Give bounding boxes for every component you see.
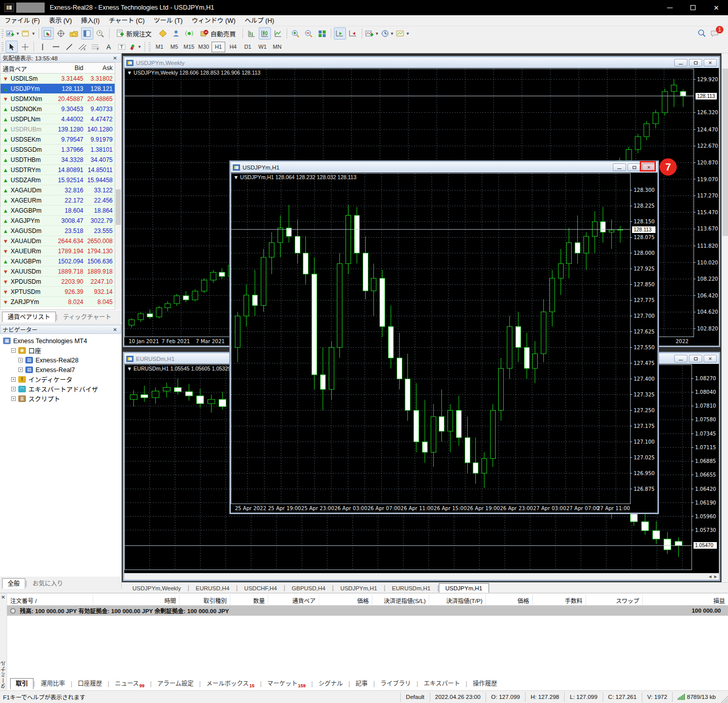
symbol-row-xaggbpm[interactable]: ▲XAGGBPm18.60418.864	[1, 206, 115, 216]
scroll-left-icon[interactable]: ◄	[708, 574, 712, 579]
terminal-column-6[interactable]: 決済逆指値(S/L)	[372, 594, 429, 605]
zoom-in-button[interactable]	[290, 27, 302, 40]
terminal-close-icon[interactable]: ✕	[1, 594, 5, 600]
terminal-column-11[interactable]: 損益	[643, 594, 728, 605]
trendline-tool[interactable]	[63, 41, 75, 53]
symbol-row-usdsgdm[interactable]: ▲USDSGDm1.379661.38101	[1, 145, 115, 155]
timeframe-w1[interactable]: W1	[256, 42, 269, 52]
market-watch-toggle[interactable]	[42, 27, 54, 40]
eurusd-minimize-button[interactable]	[674, 355, 687, 362]
symbol-row-xpdusdm[interactable]: ▼XPDUSDm2203.902247.10	[1, 277, 115, 287]
symbol-row-xaueurm[interactable]: ▼XAUEURm1789.1941794.130	[1, 246, 115, 256]
eurusd-close-button[interactable]: ✕	[704, 355, 717, 362]
chart-tab-2[interactable]: USDCHF,H4	[237, 583, 284, 593]
tree-account-0[interactable]: +▤Exness-Real28	[17, 355, 121, 365]
auto-trading-button[interactable]: 自動売買	[196, 27, 240, 40]
tree-expander-icon[interactable]: +	[11, 377, 16, 382]
market-watch-close-icon[interactable]: ✕	[112, 55, 119, 61]
symbol-row-usdnokm[interactable]: ▲USDNOKm9.304539.40733	[1, 104, 115, 114]
scroll-right-icon[interactable]: ►	[713, 574, 718, 579]
timeframe-m30[interactable]: M30	[197, 42, 211, 52]
symbol-row-usdthbm[interactable]: ▲USDTHBm34.332834.4075	[1, 155, 115, 165]
tree-root[interactable]: ▦Exness Technologies MT4	[3, 336, 121, 346]
navigator-titlebar[interactable]: ナビゲーター ✕	[0, 325, 121, 334]
terminal-column-1[interactable]: 時間	[93, 594, 180, 605]
menu-item-4[interactable]: ツール (T)	[149, 15, 187, 26]
resize-grip[interactable]	[721, 691, 728, 703]
chart-tab-5[interactable]: EURUSDm,H1	[386, 583, 437, 593]
market-watch-tab-1[interactable]: ティックチャート	[57, 312, 117, 322]
favorites-button[interactable]	[68, 27, 80, 40]
symbol-row-xagusdm[interactable]: ▲XAGUSDm23.51823.555	[1, 226, 115, 236]
navigator-tab-1[interactable]: お気に入り	[27, 578, 68, 589]
new-order-button[interactable]: 新規注文	[112, 27, 156, 40]
h1-minimize-button[interactable]	[613, 163, 626, 171]
symbol-row-xaugbpm[interactable]: ▲XAUGBPm1502.0941506.636	[1, 256, 115, 266]
symbol-row-usdplnm[interactable]: ▲USDPLNm4.440024.47472	[1, 114, 115, 124]
tree-expander-icon[interactable]: +	[11, 387, 16, 391]
h1-restore-button[interactable]	[628, 163, 641, 171]
column-bid[interactable]: Bid	[55, 63, 86, 73]
symbol-row-usdzarm[interactable]: ▲USDZARm15.9251415.94458	[1, 175, 115, 185]
auto-scroll-button[interactable]	[334, 27, 346, 40]
symbol-row-zarjpym[interactable]: ▼ZARJPYm8.0248.045	[1, 297, 115, 307]
timeframe-m15[interactable]: M15	[182, 42, 196, 52]
terminal-tab-1[interactable]: 運用比率	[35, 678, 71, 689]
equidistant-channel-tool[interactable]: E	[76, 41, 88, 53]
eurusd-horizontal-scrollbar[interactable]: ◄►	[124, 573, 719, 580]
tree-scripts[interactable]: +≣スクリプト	[10, 394, 121, 404]
timeframe-h4[interactable]: H4	[226, 42, 240, 52]
chart-shift-button[interactable]	[347, 27, 359, 40]
menu-item-2[interactable]: 挿入(I)	[77, 15, 105, 26]
h1-window-titlebar[interactable]: USDJPYm,H1 ✕	[231, 162, 657, 173]
symbol-row-xptusdm[interactable]: ▼XPTUSDm926.39932.14	[1, 287, 115, 297]
tree-expander-icon[interactable]: −	[11, 348, 16, 353]
symbol-row-xageurm[interactable]: ▲XAGEURm22.17222.456	[1, 195, 115, 206]
terminal-column-5[interactable]: 価格	[319, 594, 372, 605]
weekly-restore-button[interactable]	[689, 59, 702, 66]
terminal-column-8[interactable]: 価格	[486, 594, 533, 605]
tree-indicators[interactable]: +fインディケータ	[10, 375, 121, 384]
chart-tab-3[interactable]: GBPUSD,H4	[285, 583, 332, 593]
symbol-row-xagjpym[interactable]: ▲XAGJPYm3008.473022.79	[1, 216, 115, 226]
terminal-tab-8[interactable]: 記事	[350, 678, 373, 689]
zoom-out-button[interactable]	[303, 27, 315, 40]
news-button[interactable]	[183, 27, 195, 40]
terminal-tab-7[interactable]: シグナル	[313, 678, 349, 689]
timeframe-d1[interactable]: D1	[241, 42, 255, 52]
arrows-tool-button[interactable]: ▼	[129, 41, 142, 53]
symbol-row-usdrubm[interactable]: ▲USDRUBm139.1280140.1280	[1, 124, 115, 135]
chart-window-usdjpy-h1[interactable]: USDJPYm,H1 ✕ 128.300128.225128.150128.07…	[230, 161, 658, 514]
timeframes-menu-button[interactable]: ▼	[380, 27, 395, 40]
search-icon[interactable]	[696, 27, 708, 40]
eurusd-restore-button[interactable]	[689, 355, 702, 362]
chart-tab-6[interactable]: USDJPYm,H1	[439, 583, 489, 593]
terminal-tab-3[interactable]: ニュース99	[109, 678, 150, 689]
tree-accounts-group[interactable]: −◉口座	[10, 346, 121, 355]
menu-item-6[interactable]: ヘルプ (H)	[240, 15, 279, 26]
terminal-column-2[interactable]: 取引種別	[180, 594, 230, 605]
terminal-column-9[interactable]: 手数料	[533, 594, 586, 605]
menu-item-0[interactable]: ファイル (F)	[0, 15, 44, 26]
timeframe-h1[interactable]: H1	[212, 42, 225, 52]
terminal-tab-6[interactable]: マーケット159	[262, 678, 311, 689]
tree-expert-advisors[interactable]: +◠エキスパートアドバイザ	[10, 384, 121, 394]
data-window-button[interactable]	[81, 27, 93, 40]
text-label-tool[interactable]: T	[116, 41, 128, 53]
close-button[interactable]: ✕	[705, 0, 728, 15]
terminal-column-0[interactable]: 注文番号 /	[7, 594, 93, 605]
candlestick-mode-button[interactable]	[259, 27, 271, 40]
symbol-row-xauaudm[interactable]: ▼XAUAUDm2644.6342650.008	[1, 236, 115, 246]
maximize-button[interactable]	[681, 0, 705, 15]
balance-row[interactable]: 残高: 100 000.00 JPY 有効証拠金: 100 000.00 JPY…	[7, 606, 728, 616]
crosshair-tool-button[interactable]	[55, 27, 67, 40]
line-chart-mode-button[interactable]	[272, 27, 284, 40]
bar-chart-mode-button[interactable]	[246, 27, 258, 40]
symbol-row-usdtrym[interactable]: ▲USDTRYm14.8089114.85011	[1, 165, 115, 175]
terminal-tab-4[interactable]: アラーム設定	[152, 678, 199, 689]
new-chart-button[interactable]: ▼	[6, 27, 20, 40]
workspace-vertical-scrollbar[interactable]	[721, 53, 728, 582]
weekly-window-titlebar[interactable]: USDJPYm,Weekly ✕	[124, 57, 719, 68]
symbol-row-xauusdm[interactable]: ▼XAUUSDm1889.7181889.918	[1, 266, 115, 277]
terminal-tab-10[interactable]: エキスパート	[418, 678, 466, 689]
